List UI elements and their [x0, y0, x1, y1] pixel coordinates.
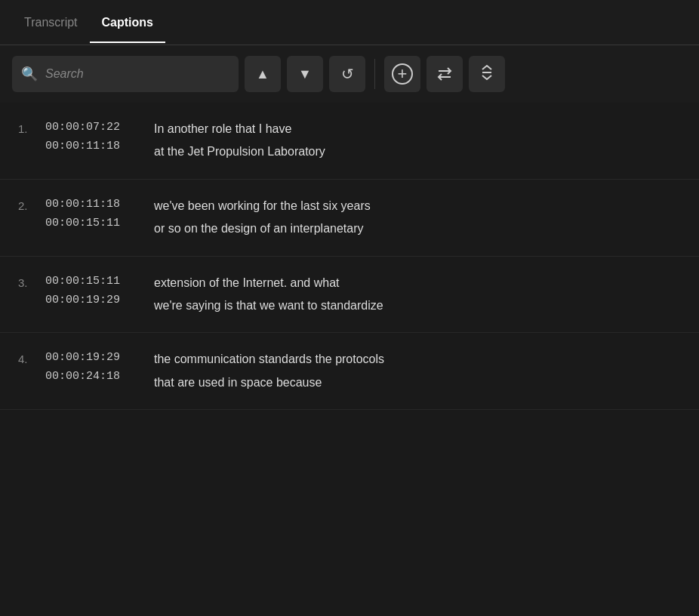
caption-times-3: 00:00:15:11 00:00:19:29 — [45, 275, 136, 306]
navigate-up-button[interactable]: ▲ — [245, 56, 281, 92]
toolbar-divider — [374, 59, 375, 89]
caption-times-4: 00:00:19:29 00:00:24:18 — [45, 351, 136, 383]
caption-line1-3: extension of the Internet. and what — [154, 275, 383, 291]
caption-texts-3: extension of the Internet. and what we'r… — [154, 275, 383, 315]
caption-list: 1. 00:00:07:22 00:00:11:18 In another ro… — [0, 103, 699, 616]
caption-end-time-2: 00:00:15:11 — [45, 217, 136, 229]
caption-start-time-1: 00:00:07:22 — [45, 121, 136, 134]
caption-line1-4: the communication standards the protocol… — [154, 351, 384, 368]
caption-line1-2: we've been working for the last six year… — [154, 198, 371, 214]
collapse-button[interactable] — [469, 56, 505, 92]
caption-index-3: 3. — [18, 276, 45, 289]
search-input[interactable] — [45, 67, 229, 81]
caption-line2-4: that are used in space because — [154, 374, 384, 391]
adjust-icon — [437, 67, 452, 81]
toolbar: 🔍 ▲ ▼ ↺ + — [0, 45, 699, 103]
search-icon: 🔍 — [21, 66, 38, 82]
refresh-icon: ↺ — [341, 65, 354, 83]
caption-line2-2: or so on the design of an interplanetary — [154, 220, 371, 237]
navigate-down-button[interactable]: ▼ — [287, 56, 323, 92]
tab-bar: Transcript Captions — [0, 0, 699, 45]
caption-index-2: 2. — [18, 199, 45, 212]
caption-item-3[interactable]: 3. 00:00:15:11 00:00:19:29 extension of … — [0, 257, 699, 334]
caption-times-2: 00:00:11:18 00:00:15:11 — [45, 198, 136, 229]
app-container: Transcript Captions 🔍 ▲ ▼ ↺ + — [0, 0, 699, 616]
caption-line2-3: we're saying is that we want to standard… — [154, 297, 383, 314]
caption-times-1: 00:00:07:22 00:00:11:18 — [45, 121, 136, 152]
adjust-timing-button[interactable] — [426, 56, 463, 92]
caption-end-time-3: 00:00:19:29 — [45, 294, 136, 306]
search-box: 🔍 — [12, 56, 239, 92]
caption-end-time-4: 00:00:24:18 — [45, 370, 136, 383]
caption-index-1: 1. — [18, 122, 45, 135]
caption-item-2[interactable]: 2. 00:00:11:18 00:00:15:11 we've been wo… — [0, 180, 699, 257]
caption-texts-2: we've been working for the last six year… — [154, 198, 371, 238]
caption-index-4: 4. — [18, 353, 45, 365]
caption-start-time-3: 00:00:15:11 — [45, 275, 136, 288]
caption-texts-1: In another role that I have at the Jet P… — [154, 121, 325, 161]
tab-transcript[interactable]: Transcript — [12, 2, 90, 43]
caption-start-time-2: 00:00:11:18 — [45, 198, 136, 211]
caption-line2-1: at the Jet Propulsion Laboratory — [154, 143, 325, 160]
tab-captions[interactable]: Captions — [90, 2, 165, 43]
caption-item-1[interactable]: 1. 00:00:07:22 00:00:11:18 In another ro… — [0, 103, 699, 180]
chevron-up-icon: ▲ — [256, 66, 269, 82]
plus-circle-icon: + — [392, 63, 413, 85]
caption-item-4[interactable]: 4. 00:00:19:29 00:00:24:18 the communica… — [0, 333, 699, 410]
add-caption-button[interactable]: + — [384, 56, 420, 92]
caption-end-time-1: 00:00:11:18 — [45, 140, 136, 152]
caption-line1-1: In another role that I have — [154, 121, 325, 137]
caption-start-time-4: 00:00:19:29 — [45, 351, 136, 364]
chevron-down-icon: ▼ — [298, 66, 312, 82]
collapse-icon — [479, 65, 494, 84]
caption-texts-4: the communication standards the protocol… — [154, 351, 384, 391]
refresh-button[interactable]: ↺ — [329, 56, 365, 92]
